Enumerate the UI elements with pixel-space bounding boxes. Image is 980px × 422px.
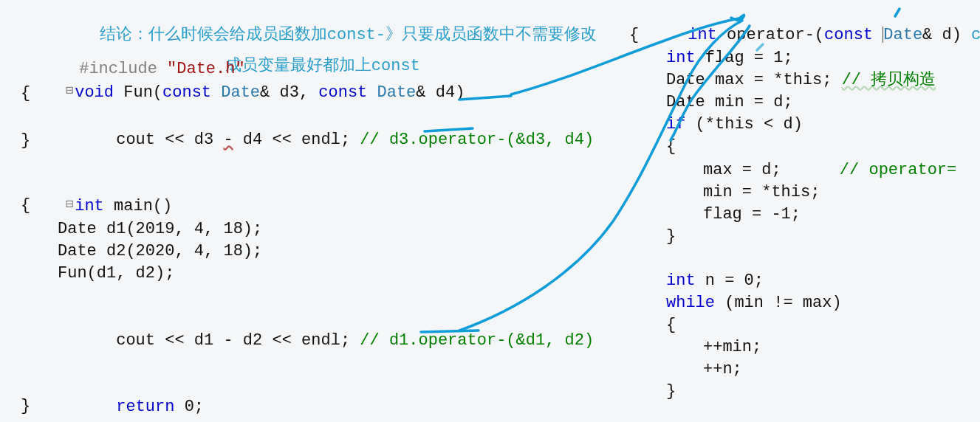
n-decl-line: int n = 0; [666, 270, 764, 293]
num-zero: 0 [185, 398, 194, 416]
d1-ref: d1 [194, 331, 213, 350]
param-d4: d4 [436, 83, 455, 102]
kw-int-main: int [75, 197, 104, 215]
while-line: while (min != max) [666, 292, 842, 315]
d1-line: Date d1(2019, 4, 18); [58, 218, 262, 241]
kw-const-trailing: const [971, 26, 980, 44]
main-close-brace: } [21, 395, 30, 418]
cls-date-r: Date [883, 26, 922, 44]
cmt-fun: // d3.operator-(&d3, d4) [360, 131, 594, 149]
param-d: d [942, 26, 952, 44]
endl-1: endl [301, 131, 340, 149]
kw-int-flag: int [666, 49, 696, 67]
cmt-copyctor: // 拷贝构造 [842, 71, 936, 89]
cmt-op-assign: // operator= [840, 161, 956, 179]
kw-const-1: const [162, 83, 211, 102]
code-editor[interactable]: 结论：什么时候会给成员函数加const-》只要成员函数中不需要修改 成员变量最好… [0, 0, 980, 422]
fn-fun: Fun [123, 83, 153, 102]
funcall-line: Fun(d1, d2); [58, 263, 174, 286]
d3-ref: d3 [194, 131, 213, 149]
fold-icon-2[interactable]: ⊟ [64, 196, 75, 214]
op-name: operator- [727, 26, 815, 44]
kw-int-n: int [666, 271, 696, 290]
kw-const-2: const [318, 83, 367, 102]
amp-1: & [260, 83, 270, 102]
endl-2: endl [301, 331, 340, 350]
main-cout-line: cout << d1 - d2 << endl; // d1.operator-… [58, 307, 594, 375]
d4-ref: d4 [243, 131, 262, 149]
min-assign-line: min = *this; [703, 181, 820, 204]
d2-line: Date d2(2020, 4, 18); [58, 241, 262, 263]
kw-while: while [666, 294, 715, 312]
cls-date-2: Date [377, 83, 417, 102]
kw-const-r: const [824, 26, 873, 44]
while-close-brace: } [666, 381, 676, 404]
fun-close-brace: } [21, 130, 30, 153]
inc-min-line: ++min; [703, 336, 761, 359]
kw-if: if [666, 115, 685, 134]
cmt-main: // d1.operator-(&d1, d2) [360, 331, 594, 350]
min-decl-line: Date min = d; [666, 91, 793, 114]
kw-return: return [116, 398, 174, 416]
d2-ref: d2 [243, 331, 262, 350]
fold-icon[interactable]: ⊟ [64, 82, 75, 100]
fun-open-brace: { [21, 83, 30, 106]
if-close-brace: } [666, 226, 676, 249]
minus-1: - [223, 131, 233, 149]
inc-n-line: ++n; [703, 359, 742, 381]
max-decl-line: Date max = *this; // 拷贝构造 [666, 69, 936, 92]
cout-2: cout [116, 331, 155, 350]
minus-2: - [223, 331, 233, 350]
return-line: return 0; [58, 373, 204, 422]
cout-1: cout [116, 131, 155, 149]
param-d3: d3 [279, 83, 298, 102]
r-open-brace: { [629, 24, 639, 47]
if-line: if (*this < d) [666, 114, 803, 136]
kw-void: void [75, 83, 114, 102]
max-assign-line: max = d; // operator= [703, 159, 956, 182]
fn-main: main [114, 197, 153, 215]
amp-2: & [416, 83, 425, 102]
while-open-brace: { [666, 314, 676, 337]
cls-date-1: Date [221, 83, 260, 102]
flag-decl-line: int flag = 1; [666, 47, 793, 70]
fun-body-line: cout << d3 - d4 << endl; // d3.operator-… [58, 106, 594, 174]
main-open-brace: { [21, 195, 30, 218]
kw-int-op: int [688, 26, 717, 44]
flag-assign-line: flag = -1; [703, 204, 801, 226]
if-open-brace: { [666, 136, 676, 159]
